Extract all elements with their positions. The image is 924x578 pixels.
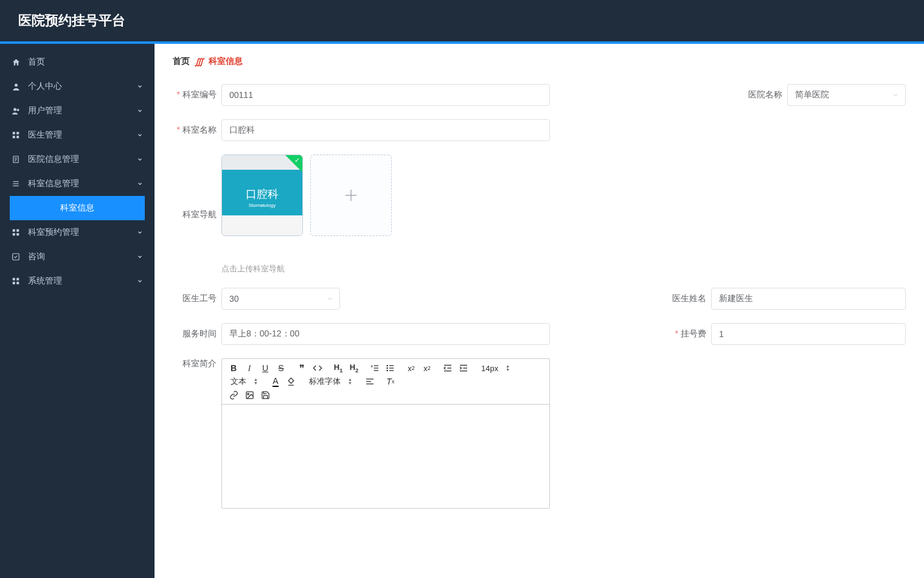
image-icon[interactable] — [244, 389, 255, 400]
doctor-name-input[interactable] — [711, 288, 906, 310]
upload-add-button[interactable] — [310, 155, 392, 236]
bg-color-icon[interactable] — [286, 376, 297, 387]
sidebar-item-system[interactable]: 系统管理 — [0, 269, 155, 293]
sidebar-item-hospital-info[interactable]: 医院信息管理 — [0, 147, 155, 172]
sidebar-item-label: 医生管理 — [28, 130, 136, 141]
text-style-select[interactable]: 文本 ▲▼ — [228, 376, 260, 387]
svg-point-2 — [16, 108, 19, 111]
underline-icon[interactable]: U — [260, 363, 271, 374]
sidebar-item-label: 医院信息管理 — [28, 154, 136, 165]
chevron-down-icon — [136, 253, 144, 260]
upload-area: 口腔科 Stomatology ✓ — [221, 155, 392, 236]
chevron-down-icon — [136, 277, 144, 285]
hospital-name-value: 简单医院 — [795, 89, 829, 100]
svg-rect-19 — [13, 278, 15, 280]
sidebar-item-dept-info[interactable]: 科室信息管理 — [0, 172, 155, 196]
dept-code-label: 科室编号 — [173, 89, 217, 100]
chevron-down-icon — [892, 91, 899, 99]
h2-icon[interactable]: H2 — [349, 363, 360, 374]
sidebar-item-home[interactable]: 首页 — [0, 50, 155, 74]
chevron-down-icon — [136, 156, 144, 163]
svg-rect-15 — [16, 229, 19, 232]
sidebar-item-consult[interactable]: 咨询 — [0, 245, 155, 269]
font-size-value: 14px — [481, 364, 498, 373]
unordered-list-icon[interactable] — [385, 363, 396, 374]
check-icon: ✓ — [294, 156, 300, 164]
sidebar-item-doctors[interactable]: 医生管理 — [0, 123, 155, 147]
svg-rect-20 — [16, 278, 19, 280]
sidebar-item-dept-appointment[interactable]: 科室预约管理 — [0, 220, 155, 245]
indent-icon[interactable] — [458, 363, 469, 374]
strikethrough-icon[interactable]: S — [276, 363, 287, 374]
svg-rect-22 — [16, 282, 19, 284]
main-content: 首页 ∭ 科室信息 科室编号 医院名称 简单医院 科室名称 — [155, 44, 924, 578]
chevron-down-icon — [136, 180, 144, 187]
service-time-label: 服务时间 — [173, 329, 217, 339]
chevron-down-icon — [326, 295, 333, 302]
svg-point-33 — [387, 370, 387, 371]
sidebar-submenu-dept-info[interactable]: 科室信息 — [10, 196, 145, 220]
user-icon — [11, 82, 21, 91]
reg-fee-input[interactable] — [711, 323, 906, 345]
link-icon[interactable] — [228, 389, 239, 400]
sort-icon: ▲▼ — [254, 378, 258, 385]
svg-rect-16 — [13, 233, 15, 235]
sidebar-item-profile[interactable]: 个人中心 — [0, 74, 155, 99]
sidebar-item-label: 首页 — [28, 57, 144, 68]
sidebar-item-label: 个人中心 — [28, 81, 136, 92]
list-icon — [11, 179, 21, 189]
rich-text-editor: B I U S ❞ H1 H2 — [221, 358, 550, 509]
svg-rect-6 — [16, 136, 19, 138]
grid-icon — [11, 130, 21, 140]
breadcrumb-home[interactable]: 首页 — [173, 56, 190, 67]
chevron-down-icon — [136, 131, 144, 139]
svg-rect-5 — [13, 136, 15, 138]
svg-rect-17 — [16, 233, 19, 235]
grid-icon — [11, 228, 21, 237]
doctor-id-select[interactable]: 30 — [221, 288, 340, 310]
hospital-name-select[interactable]: 简单医院 — [787, 84, 906, 106]
text-style-value: 文本 — [231, 376, 246, 387]
svg-rect-3 — [13, 132, 15, 134]
thumb-cn-text: 口腔科 — [246, 187, 279, 201]
clipboard-icon — [11, 155, 21, 164]
upload-thumbnail[interactable]: 口腔科 Stomatology ✓ — [221, 155, 303, 236]
clear-format-icon[interactable]: Tx — [385, 376, 396, 387]
text-color-icon[interactable]: A — [270, 376, 281, 387]
dept-intro-label: 科室简介 — [173, 358, 217, 369]
sidebar-item-users[interactable]: 用户管理 — [0, 99, 155, 123]
subscript-icon[interactable]: x2 — [406, 363, 417, 374]
outdent-icon[interactable] — [442, 363, 453, 374]
service-time-input[interactable] — [221, 323, 550, 345]
code-icon[interactable] — [312, 363, 323, 374]
sidebar: 首页 个人中心 用户管理 医生管理 医院信息管理 科室信息管理 — [0, 44, 155, 578]
h1-icon[interactable]: H1 — [333, 363, 344, 374]
font-family-select[interactable]: 标准字体 ▲▼ — [307, 376, 355, 387]
header: 医院预约挂号平台 — [0, 0, 924, 41]
sidebar-item-label: 咨询 — [28, 251, 136, 262]
font-size-select[interactable]: 14px ▲▼ — [479, 364, 512, 373]
align-icon[interactable] — [364, 376, 375, 387]
dept-name-input[interactable] — [221, 119, 550, 141]
font-family-value: 标准字体 — [309, 376, 341, 387]
svg-rect-18 — [13, 254, 19, 260]
ordered-list-icon[interactable] — [369, 363, 380, 374]
bold-icon[interactable]: B — [228, 363, 239, 374]
doctor-name-label: 医生姓名 — [662, 293, 706, 304]
dept-code-input[interactable] — [221, 84, 550, 106]
chevron-down-icon — [136, 229, 144, 236]
sort-icon: ▲▼ — [348, 378, 352, 385]
svg-rect-21 — [13, 282, 15, 284]
quote-icon[interactable]: ❞ — [296, 363, 307, 374]
doctor-id-value: 30 — [229, 294, 239, 304]
sidebar-item-label: 用户管理 — [28, 105, 136, 116]
chevron-down-icon — [136, 107, 144, 114]
superscript-icon[interactable]: x2 — [422, 363, 432, 374]
users-icon — [11, 106, 21, 116]
home-icon — [11, 57, 21, 67]
save-icon[interactable] — [260, 389, 271, 400]
thumb-en-text: Stomatology — [249, 203, 276, 208]
italic-icon[interactable]: I — [244, 363, 255, 374]
svg-rect-4 — [16, 132, 19, 134]
editor-body[interactable] — [222, 405, 549, 508]
